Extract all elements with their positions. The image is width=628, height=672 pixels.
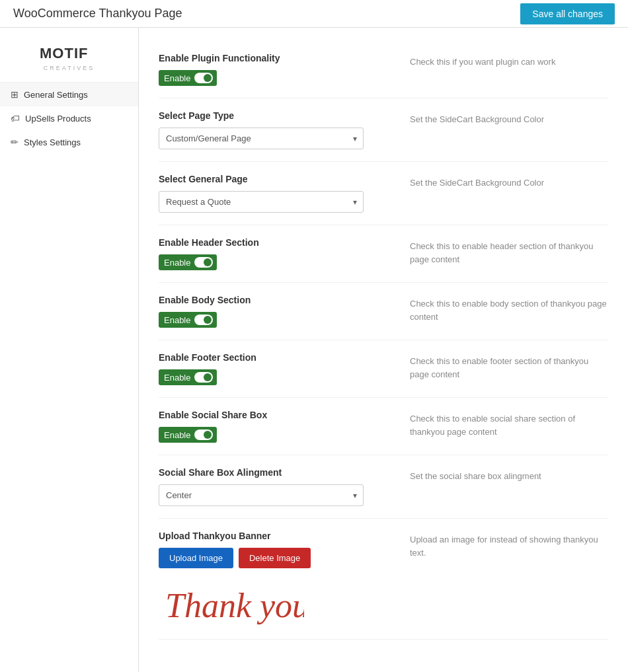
upload-image-button[interactable]: Upload Image <box>159 548 233 568</box>
sidebar-item-styles-settings[interactable]: ✏ Styles Settings <box>0 130 138 154</box>
setting-right-body: Check this to enable body section of tha… <box>410 295 608 323</box>
setting-left-enable-plugin: Enable Plugin Functionality Enable <box>159 53 410 86</box>
label-enable-body: Enable Body Section <box>159 295 390 305</box>
toggle-enable-social[interactable]: Enable <box>159 427 217 443</box>
toggle-switch-enable-plugin[interactable] <box>194 73 213 83</box>
label-general-page: Select General Page <box>159 174 390 184</box>
tag-icon: 🏷 <box>11 113 20 124</box>
upload-banner-top: Upload Thankyou Banner Upload Image Dele… <box>159 531 608 568</box>
setting-right-header: Check this to enable header section of t… <box>410 237 608 266</box>
desc-enable-plugin: Check this if you want plugin can work <box>410 57 555 67</box>
toggle-label-body: Enable <box>164 315 190 325</box>
toggle-enable-body[interactable]: Enable <box>159 312 217 328</box>
setting-right-footer: Check this to enable footer section of t… <box>410 352 608 381</box>
svg-text:MOTIF: MOTIF <box>40 45 88 61</box>
label-enable-social: Enable Social Share Box <box>159 410 390 420</box>
upload-buttons: Upload Image Delete Image <box>159 548 390 568</box>
svg-text:Thank you: Thank you <box>165 587 304 624</box>
save-button[interactable]: Save all changes <box>520 3 615 24</box>
main-layout: MOTIF CREATIVES ⊞ General Settings 🏷 UpS… <box>0 28 628 672</box>
toggle-enable-plugin[interactable]: Enable <box>159 70 217 86</box>
desc-social-alignment: Set the social share box alingment <box>410 471 541 481</box>
dropdown-alignment[interactable]: Center Left Right <box>159 484 364 506</box>
desc-upload-banner: Upload an image for instead of showing t… <box>410 535 598 558</box>
page-title: WooCommerce Thankyou Page <box>13 7 182 20</box>
logo: MOTIF CREATIVES <box>36 42 102 71</box>
label-enable-plugin: Enable Plugin Functionality <box>159 53 390 63</box>
thankyou-image-preview: Thank you <box>159 579 304 627</box>
label-social-alignment: Social Share Box Alingment <box>159 467 390 478</box>
toggle-switch-body[interactable] <box>194 315 213 325</box>
dropdown-page-type-wrapper: Custom/General Page Order Page Custom Pa… <box>159 128 364 149</box>
logo-svg: MOTIF <box>36 42 102 63</box>
content-area: Enable Plugin Functionality Enable Check… <box>139 28 628 672</box>
logo-area: MOTIF CREATIVES <box>0 34 138 83</box>
setting-left-body: Enable Body Section Enable <box>159 295 410 328</box>
setting-upload-banner: Upload Thankyou Banner Upload Image Dele… <box>159 519 608 640</box>
logo-text: MOTIF <box>36 42 102 67</box>
dropdown-general-page-wrapper: Request a Quote Home About Contact ▾ <box>159 191 364 213</box>
dropdown-general-page[interactable]: Request a Quote Home About Contact <box>159 191 364 213</box>
desc-enable-footer: Check this to enable footer section of t… <box>410 356 588 379</box>
sidebar: MOTIF CREATIVES ⊞ General Settings 🏷 UpS… <box>0 28 139 672</box>
desc-enable-body: Check this to enable body section of tha… <box>410 299 607 322</box>
thankyou-svg: Thank you <box>159 579 304 625</box>
setting-left-alignment: Social Share Box Alingment Center Left R… <box>159 467 410 506</box>
setting-left-upload: Upload Thankyou Banner Upload Image Dele… <box>159 531 410 568</box>
setting-select-page-type: Select Page Type Custom/General Page Ord… <box>159 98 608 162</box>
label-upload-banner: Upload Thankyou Banner <box>159 531 390 541</box>
label-enable-footer: Enable Footer Section <box>159 352 390 363</box>
delete-image-button[interactable]: Delete Image <box>239 548 311 568</box>
thankyou-preview: Thank you <box>159 579 304 627</box>
sidebar-item-general-settings[interactable]: ⊞ General Settings <box>0 83 138 106</box>
setting-right-alignment: Set the social share box alingment <box>410 467 608 483</box>
toggle-label-enable-plugin: Enable <box>164 73 190 83</box>
setting-social-alignment: Social Share Box Alingment Center Left R… <box>159 455 608 519</box>
toggle-label-social: Enable <box>164 430 190 440</box>
sidebar-label-upsells: UpSells Products <box>25 114 91 124</box>
toggle-enable-footer[interactable]: Enable <box>159 369 217 385</box>
sidebar-label-general: General Settings <box>24 90 88 100</box>
toggle-switch-footer[interactable] <box>194 372 213 383</box>
toggle-enable-header[interactable]: Enable <box>159 254 217 270</box>
setting-right-general-page: Set the SideCart Background Color <box>410 174 608 190</box>
label-enable-header: Enable Header Section <box>159 237 390 248</box>
setting-left-header: Enable Header Section Enable <box>159 237 410 270</box>
logo-subtext: CREATIVES <box>36 65 102 71</box>
desc-enable-social: Check this to enable social share sectio… <box>410 414 575 437</box>
toggle-label-header: Enable <box>164 258 190 268</box>
toggle-label-footer: Enable <box>164 373 190 383</box>
setting-left-general-page: Select General Page Request a Quote Home… <box>159 174 410 213</box>
sidebar-label-styles: Styles Settings <box>24 137 81 147</box>
sidebar-item-upsells-products[interactable]: 🏷 UpSells Products <box>0 106 138 130</box>
setting-right-enable-plugin: Check this if you want plugin can work <box>410 53 608 69</box>
setting-enable-plugin: Enable Plugin Functionality Enable Check… <box>159 41 608 98</box>
desc-general-page: Set the SideCart Background Color <box>410 178 544 188</box>
setting-left-page-type: Select Page Type Custom/General Page Ord… <box>159 110 410 149</box>
setting-right-social: Check this to enable social share sectio… <box>410 410 608 438</box>
header: WooCommerce Thankyou Page Save all chang… <box>0 0 628 28</box>
desc-page-type: Set the SideCart Background Color <box>410 114 544 124</box>
pencil-icon: ✏ <box>11 137 19 147</box>
setting-enable-social-share: Enable Social Share Box Enable Check thi… <box>159 398 608 455</box>
toggle-switch-social[interactable] <box>194 429 213 440</box>
setting-enable-body: Enable Body Section Enable Check this to… <box>159 283 608 340</box>
setting-right-page-type: Set the SideCart Background Color <box>410 110 608 126</box>
setting-enable-header: Enable Header Section Enable Check this … <box>159 225 608 283</box>
setting-enable-footer: Enable Footer Section Enable Check this … <box>159 340 608 398</box>
setting-left-footer: Enable Footer Section Enable <box>159 352 410 385</box>
desc-enable-header: Check this to enable header section of t… <box>410 241 594 264</box>
setting-select-general-page: Select General Page Request a Quote Home… <box>159 162 608 225</box>
grid-icon: ⊞ <box>11 89 19 100</box>
toggle-switch-header[interactable] <box>194 257 213 268</box>
app-wrapper: WooCommerce Thankyou Page Save all chang… <box>0 0 628 672</box>
dropdown-alignment-wrapper: Center Left Right ▾ <box>159 484 364 506</box>
label-page-type: Select Page Type <box>159 110 390 121</box>
dropdown-page-type[interactable]: Custom/General Page Order Page Custom Pa… <box>159 128 364 149</box>
setting-right-upload: Upload an image for instead of showing t… <box>410 531 608 559</box>
setting-left-social: Enable Social Share Box Enable <box>159 410 410 443</box>
